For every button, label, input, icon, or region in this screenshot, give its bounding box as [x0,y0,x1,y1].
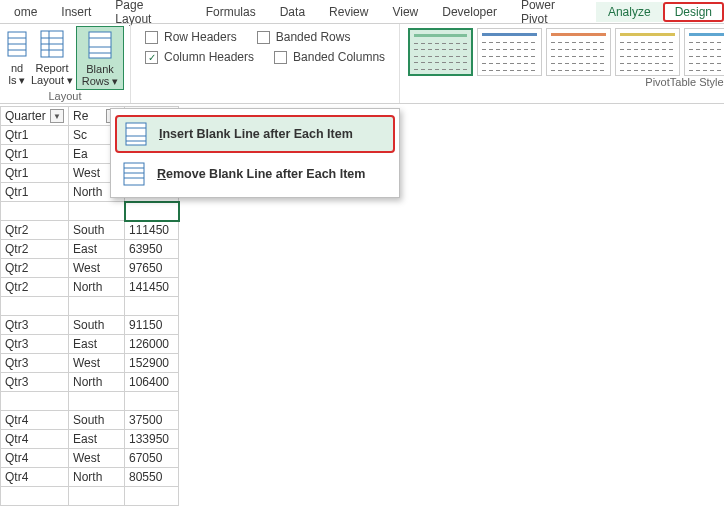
cell[interactable]: 67050 [125,449,179,468]
cell[interactable] [1,202,69,221]
cell[interactable] [69,297,125,316]
column-headers-checkbox[interactable]: ✓ Column Headers [145,50,254,64]
style-thumb[interactable] [408,28,473,76]
cell[interactable]: Qtr4 [1,468,69,487]
cell[interactable]: 111450 [125,221,179,240]
pivottable-styles-group: PivotTable Styles [400,24,724,103]
cell[interactable] [69,487,125,506]
cell[interactable]: 80550 [125,468,179,487]
cell[interactable]: Qtr1 [1,183,69,202]
blank-rows-dropdown: Insert Blank Line after Each Item Remove… [110,108,400,198]
cell[interactable]: 152900 [125,354,179,373]
styles-label: PivotTable Styles [408,76,724,90]
tab-design[interactable]: Design [663,2,724,22]
cell[interactable]: 91150 [125,316,179,335]
cell[interactable]: 63950 [125,240,179,259]
tab-developer[interactable]: Developer [430,2,509,22]
svg-rect-13 [126,123,146,145]
quarter-header[interactable]: Quarter▼ [1,107,69,126]
svg-rect-17 [124,163,144,185]
cell[interactable]: South [69,316,125,335]
cell[interactable]: Qtr1 [1,126,69,145]
filter-arrow-icon[interactable]: ▼ [50,109,64,123]
cell[interactable] [125,392,179,411]
blank-rows-button[interactable]: Blank Rows ▾ [76,26,124,90]
cell[interactable]: West [69,449,125,468]
svg-rect-9 [89,32,111,58]
banded-columns-checkbox[interactable]: Banded Columns [274,50,385,64]
cell[interactable] [1,487,69,506]
style-thumb[interactable] [615,28,680,76]
cell[interactable]: 97650 [125,259,179,278]
menu-item-label: Insert Blank Line after Each Item [159,127,353,141]
cell[interactable]: Qtr1 [1,164,69,183]
remove-blank-line-item[interactable]: Remove Blank Line after Each Item [111,155,399,193]
cell[interactable] [1,297,69,316]
cell[interactable]: Qtr2 [1,221,69,240]
report-layout-button[interactable]: Report Layout ▾ [28,26,76,88]
cell[interactable]: East [69,430,125,449]
cell[interactable]: Qtr3 [1,373,69,392]
cell[interactable]: Qtr1 [1,145,69,164]
cell[interactable]: Qtr4 [1,449,69,468]
cell[interactable]: South [69,411,125,430]
cell[interactable]: 106400 [125,373,179,392]
ribbon-tabs: ome Insert Page Layout Formulas Data Rev… [0,0,724,24]
sheet-insert-icon [123,121,149,147]
layout-group-label: Layout [6,90,124,104]
cell[interactable]: Qtr2 [1,259,69,278]
styles-gallery [408,28,724,76]
menu-item-label: Remove Blank Line after Each Item [157,167,365,181]
cell[interactable]: North [69,373,125,392]
cell[interactable]: 133950 [125,430,179,449]
style-thumb[interactable] [546,28,611,76]
tab-review[interactable]: Review [317,2,380,22]
cell[interactable]: North [69,278,125,297]
checkbox-checked-icon: ✓ [145,51,158,64]
tab-view[interactable]: View [380,2,430,22]
grand-totals-button[interactable]: nd ls ▾ [6,26,28,88]
cell[interactable]: East [69,240,125,259]
cell[interactable]: North [69,468,125,487]
layout-group: nd ls ▾ Report Layout ▾ Blank Rows ▾ Lay… [0,24,131,103]
style-options-group: Row Headers Banded Rows ✓ Column Headers… [131,24,400,103]
checkbox-icon [274,51,287,64]
cell[interactable]: East [69,335,125,354]
checkbox-icon [257,31,270,44]
cell[interactable]: West [69,259,125,278]
tab-home[interactable]: ome [2,2,49,22]
cell[interactable]: 37500 [125,411,179,430]
checkbox-icon [145,31,158,44]
row-headers-checkbox[interactable]: Row Headers [145,30,237,44]
cell[interactable] [1,392,69,411]
cell[interactable]: Qtr3 [1,316,69,335]
cell[interactable] [125,202,179,221]
insert-blank-line-item[interactable]: Insert Blank Line after Each Item [115,115,395,153]
tab-formulas[interactable]: Formulas [194,2,268,22]
sheet-icon [36,28,68,60]
cell[interactable]: 126000 [125,335,179,354]
tab-insert[interactable]: Insert [49,2,103,22]
tab-data[interactable]: Data [268,2,317,22]
cell[interactable]: Qtr4 [1,411,69,430]
cell[interactable]: West [69,354,125,373]
style-thumb[interactable] [477,28,542,76]
sheet-icon [84,29,116,61]
cell[interactable] [125,487,179,506]
banded-rows-checkbox[interactable]: Banded Rows [257,30,351,44]
cell[interactable]: South [69,221,125,240]
cell[interactable]: Qtr2 [1,240,69,259]
ribbon-body: nd ls ▾ Report Layout ▾ Blank Rows ▾ Lay… [0,24,724,104]
cell[interactable]: Qtr4 [1,430,69,449]
cell[interactable] [125,297,179,316]
cell[interactable]: Qtr3 [1,335,69,354]
cell[interactable] [69,392,125,411]
cell[interactable]: Qtr2 [1,278,69,297]
cell[interactable]: Qtr3 [1,354,69,373]
cell[interactable] [69,202,125,221]
style-thumb[interactable] [684,28,724,76]
cell[interactable]: 141450 [125,278,179,297]
tab-analyze[interactable]: Analyze [596,2,663,22]
sheet-remove-icon [121,161,147,187]
